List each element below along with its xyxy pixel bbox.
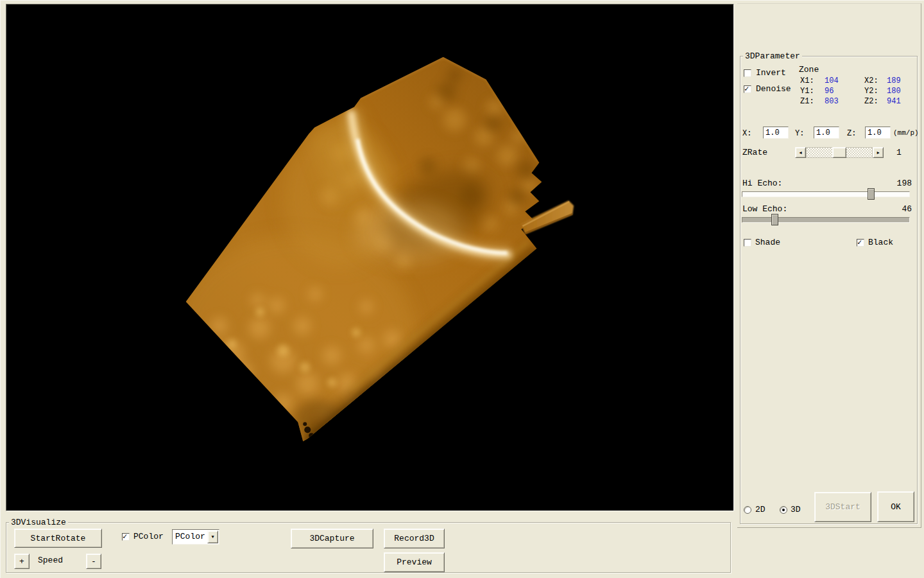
zone-x2-label: X2: [864,76,878,85]
zone-y2-value: 180 [887,87,901,96]
capture3d-button[interactable]: 3DCapture [291,529,373,548]
hi-echo-slider-thumb[interactable] [868,188,875,200]
zone-z2-label: Z2: [864,97,878,106]
mode-2d-label: 2D [755,505,766,514]
zone-y1-value: 96 [825,87,834,96]
pcolor-label: PColor [133,532,164,541]
volume-render-3d [6,4,733,511]
scale-y-field[interactable] [814,127,839,139]
invert-checkbox[interactable]: ✓ [744,69,751,77]
preview-button[interactable]: Preview [384,552,445,572]
zrate-scrollbar[interactable]: ◄ ► [795,147,884,158]
low-echo-slider-thumb[interactable] [771,214,778,225]
group-3dparameter-title: 3DParameter [743,51,802,61]
denoise-label: Denoise [756,85,791,94]
mode-3d-radio[interactable] [780,506,787,514]
zone-z1-value: 803 [825,97,839,106]
scale-unit-label: (mm/p) [893,128,919,137]
zrate-value: 1 [896,148,902,157]
denoise-checkbox[interactable]: ✓ [744,85,751,93]
low-echo-value: 46 [893,205,912,214]
start3d-button[interactable]: 3DStart [814,492,871,522]
zone-z1-label: Z1: [800,97,814,106]
hi-echo-slider-track[interactable] [742,191,910,197]
black-checkbox[interactable]: ✓ [857,239,864,247]
low-echo-slider-track[interactable] [742,217,910,223]
scroll-left-button[interactable]: ◄ [795,147,806,158]
scale-z-field[interactable] [865,127,891,139]
zone-y1-label: Y1: [800,87,814,96]
hi-echo-label: Hi Echo: [742,179,782,188]
check-icon: ✓ [744,84,749,94]
arrow-down-icon: ▼ [211,534,214,539]
record3d-button[interactable]: Record3D [384,529,445,548]
zone-y2-label: Y2: [864,87,878,96]
zone-x2-value: 189 [887,76,901,85]
hi-echo-value: 198 [893,179,912,188]
zrate-scrollbar-thumb[interactable] [832,147,846,158]
pcolor-dropdown-value: PColor [175,532,205,541]
invert-label: Invert [756,69,786,78]
arrow-right-icon: ► [877,150,879,155]
ok-button[interactable]: OK [877,491,914,522]
black-label: Black [868,238,893,247]
low-echo-label: Low Echo: [742,205,787,214]
check-icon: ✓ [123,532,127,541]
arrow-left-icon: ◄ [799,150,801,155]
speed-minus-button[interactable]: - [86,554,101,569]
mode-2d-radio[interactable] [744,506,751,514]
mode-3d-label: 3D [791,505,801,514]
shade-label: Shade [755,238,780,247]
zone-x1-label: X1: [800,76,814,85]
scroll-right-button[interactable]: ► [873,147,884,158]
shade-checkbox[interactable]: ✓ [744,239,751,247]
radio-dot [782,509,785,511]
zone-z2-value: 941 [887,97,901,106]
scale-x-label: X: [742,129,751,138]
render-viewport[interactable] [6,4,734,511]
pcolor-dropdown[interactable]: PColor ▼ [172,529,219,545]
speed-label: Speed [38,556,63,565]
check-icon: ✓ [857,238,862,247]
group-3dvisualize-title: 3DVisualize [9,518,68,527]
speed-plus-button[interactable]: + [14,554,30,569]
dropdown-arrow-button[interactable]: ▼ [207,530,218,543]
scale-x-field[interactable] [763,127,789,139]
start-rotate-button[interactable]: StartRotate [14,529,102,548]
zrate-label: ZRate [742,148,767,157]
app-window: 3DParameter ✓ Invert ✓ Denoise Zone X1: … [0,0,924,578]
scale-y-label: Y: [795,129,804,138]
zone-title: Zone [799,66,819,74]
zone-x1-value: 104 [825,76,839,85]
pcolor-checkbox[interactable]: ✓ [122,533,130,541]
scale-z-label: Z: [847,129,856,138]
